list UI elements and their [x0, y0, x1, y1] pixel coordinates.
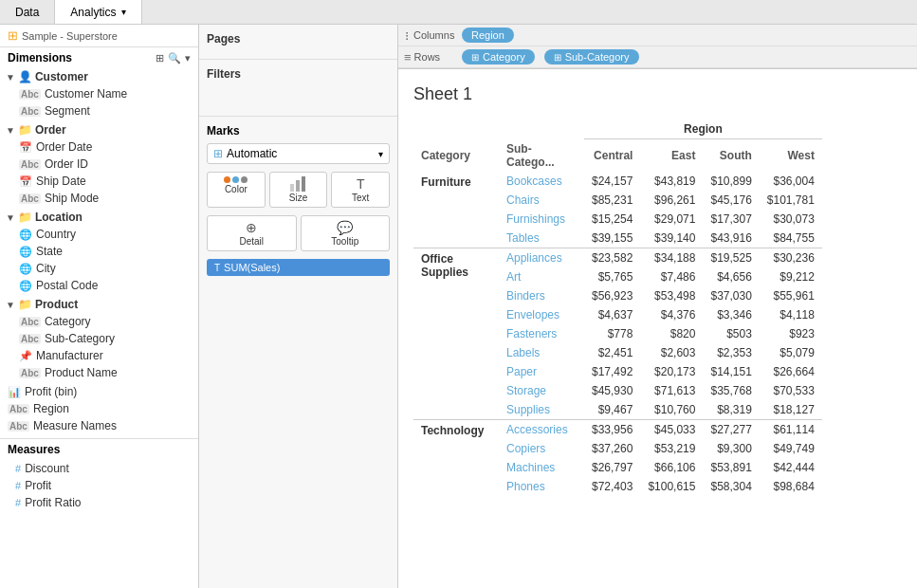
search-icon[interactable]: 🔍	[168, 52, 181, 64]
marks-color-btn[interactable]: Color	[207, 172, 266, 208]
sidebar-item-manufacturer[interactable]: 📌 Manufacturer	[0, 347, 198, 364]
pages-title: Pages	[207, 32, 390, 46]
region-pill-label: Region	[471, 29, 504, 41]
subcategory-cell[interactable]: Labels	[499, 343, 584, 362]
tab-data-label: Data	[15, 6, 39, 19]
globe-icon: 🌐	[19, 280, 32, 292]
sub-category-pill[interactable]: ⊞ Sub-Category	[544, 49, 639, 64]
menu-icon[interactable]: ▾	[185, 52, 191, 64]
subcategory-cell[interactable]: Copiers	[499, 439, 584, 458]
person-icon: 👤	[18, 70, 32, 83]
group-order-header[interactable]: ▼ 📁 Order	[0, 121, 198, 138]
folder-icon: 📁	[18, 298, 32, 311]
west-cell: $36,004	[760, 172, 822, 191]
group-customer-header[interactable]: ▼ 👤 Customer	[0, 68, 198, 85]
data-source[interactable]: ⊞ Sample - Superstore	[0, 25, 198, 47]
table-row: Office SuppliesAppliances$23,582$34,188$…	[413, 248, 822, 267]
marks-tooltip-btn[interactable]: 💬 Tooltip	[301, 215, 391, 251]
sidebar-item-category[interactable]: Abc Category	[0, 313, 198, 330]
sidebar-item-sub-category[interactable]: Abc Sub-Category	[0, 330, 198, 347]
hash-icon: #	[15, 497, 21, 508]
subcategory-cell[interactable]: Tables	[499, 229, 584, 248]
sum-sales-pill[interactable]: T SUM(Sales)	[207, 259, 390, 276]
th-empty1	[413, 119, 499, 139]
pages-section: Pages	[199, 25, 397, 60]
subcategory-cell[interactable]: Storage	[499, 381, 584, 400]
th-empty2	[499, 119, 584, 139]
subcategory-cell[interactable]: Appliances	[499, 248, 584, 267]
sidebar-item-ship-mode[interactable]: Abc Ship Mode	[0, 190, 198, 207]
subcategory-cell[interactable]: Bookcases	[499, 172, 584, 191]
group-product-header[interactable]: ▼ 📁 Product	[0, 296, 198, 313]
sidebar-item-state[interactable]: 🌐 State	[0, 243, 198, 260]
marks-size-btn[interactable]: Size	[269, 172, 328, 208]
south-cell: $3,346	[703, 305, 759, 324]
subcategory-cell[interactable]: Paper	[499, 362, 584, 381]
marks-title: Marks	[207, 124, 390, 138]
subcategory-cell[interactable]: Accessories	[499, 419, 584, 439]
sidebar-item-segment[interactable]: Abc Segment	[0, 102, 198, 119]
central-cell: $4,637	[584, 305, 640, 324]
subcategory-cell[interactable]: Fasteners	[499, 324, 584, 343]
central-cell: $33,956	[584, 419, 640, 439]
subcategory-cell[interactable]: Envelopes	[499, 305, 584, 324]
east-cell: $53,498	[640, 286, 703, 305]
tab-analytics[interactable]: Analytics ▾	[55, 0, 142, 24]
south-cell: $43,916	[703, 229, 759, 248]
east-cell: $29,071	[640, 210, 703, 229]
sidebar-item-country[interactable]: 🌐 Country	[0, 226, 198, 243]
west-cell: $5,079	[760, 343, 822, 362]
west-cell: $30,073	[760, 210, 822, 229]
region-header: Region	[584, 119, 822, 139]
rows-icon: ≡	[404, 50, 412, 64]
sidebar-item-profit-bin[interactable]: 📊 Profit (bin)	[0, 383, 198, 400]
sidebar-item-city[interactable]: 🌐 City	[0, 260, 198, 277]
west-cell: $49,749	[760, 439, 822, 458]
group-order: ▼ 📁 Order 📅 Order Date Abc Order ID 📅 Sh…	[0, 121, 198, 207]
sidebar-item-order-id[interactable]: Abc Order ID	[0, 156, 198, 173]
item-label: Sub-Category	[45, 332, 115, 345]
subcategory-cell[interactable]: Art	[499, 267, 584, 286]
east-cell: $820	[640, 324, 703, 343]
measure-discount[interactable]: # Discount	[0, 460, 198, 477]
south-cell: $503	[703, 324, 759, 343]
sidebar-item-measure-names[interactable]: Abc Measure Names	[0, 417, 198, 434]
subcategory-cell[interactable]: Furnishings	[499, 210, 584, 229]
marks-type-dropdown[interactable]: ⊞ Automatic ▾	[207, 143, 390, 164]
marks-type-icon: ⊞	[213, 147, 223, 160]
category-pill[interactable]: ⊞ Category	[462, 49, 535, 64]
group-customer: ▼ 👤 Customer Abc Customer Name Abc Segme…	[0, 68, 198, 119]
columns-shelf: ⫶ Columns Region	[398, 25, 917, 46]
pin-icon: 📌	[19, 350, 32, 362]
subcategory-cell[interactable]: Phones	[499, 477, 584, 496]
sidebar-item-order-date[interactable]: 📅 Order Date	[0, 138, 198, 156]
sidebar-item-customer-name[interactable]: Abc Customer Name	[0, 85, 198, 102]
abc-icon: Abc	[8, 404, 29, 414]
marks-text-btn[interactable]: T Text	[331, 172, 390, 208]
sidebar-item-ship-date[interactable]: 📅 Ship Date	[0, 173, 198, 190]
tab-data[interactable]: Data	[0, 0, 55, 24]
west-cell: $923	[760, 324, 822, 343]
abc-icon: Abc	[19, 106, 41, 117]
subcategory-cell[interactable]: Machines	[499, 458, 584, 477]
group-product-label: Product	[35, 298, 78, 311]
measure-profit[interactable]: # Profit	[0, 477, 198, 494]
grid-icon[interactable]: ⊞	[156, 52, 164, 64]
sidebar-item-postal-code[interactable]: 🌐 Postal Code	[0, 277, 198, 294]
region-pill[interactable]: Region	[462, 28, 514, 43]
measure-profit-ratio[interactable]: # Profit Ratio	[0, 494, 198, 511]
bar-icon: 📊	[8, 386, 21, 398]
item-label: Profit (bin)	[25, 385, 77, 398]
subcategory-cell[interactable]: Supplies	[499, 400, 584, 420]
sidebar-item-region[interactable]: Abc Region	[0, 400, 198, 417]
subcategory-cell[interactable]: Chairs	[499, 191, 584, 210]
sheet-title: Sheet 1	[413, 84, 902, 104]
columns-text: Columns	[413, 29, 454, 41]
sidebar-item-product-name[interactable]: Abc Product Name	[0, 364, 198, 381]
central-cell: $778	[584, 324, 640, 343]
marks-detail-btn[interactable]: ⊕ Detail	[207, 215, 297, 251]
east-cell: $66,106	[640, 458, 703, 477]
subcategory-cell[interactable]: Binders	[499, 286, 584, 305]
east-cell: $43,819	[640, 172, 703, 191]
group-location-header[interactable]: ▼ 📁 Location	[0, 209, 198, 226]
